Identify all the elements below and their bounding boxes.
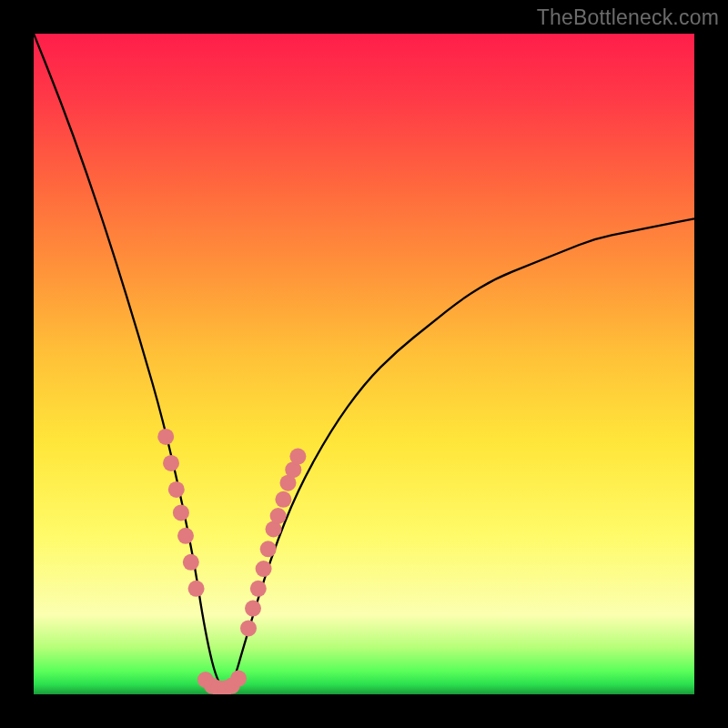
data-point [173, 504, 189, 521]
data-point [163, 455, 179, 471]
data-point [245, 601, 261, 617]
chart-frame: TheBottleneck.com [0, 0, 728, 728]
data-point [260, 541, 277, 557]
plot-area [34, 34, 694, 694]
watermark-text: TheBottleneck.com [537, 5, 719, 30]
data-point [230, 671, 247, 687]
data-point [188, 581, 205, 597]
data-point [275, 491, 291, 508]
bottleneck-curve [34, 34, 694, 688]
data-point [157, 429, 174, 445]
data-point [270, 508, 287, 524]
chart-svg [34, 34, 694, 694]
data-point [168, 481, 185, 498]
data-point [250, 581, 267, 597]
data-point [256, 561, 272, 577]
data-point [183, 554, 199, 571]
data-point [289, 449, 306, 465]
data-point [177, 528, 194, 544]
marker-group [157, 429, 306, 694]
data-point [240, 620, 257, 636]
